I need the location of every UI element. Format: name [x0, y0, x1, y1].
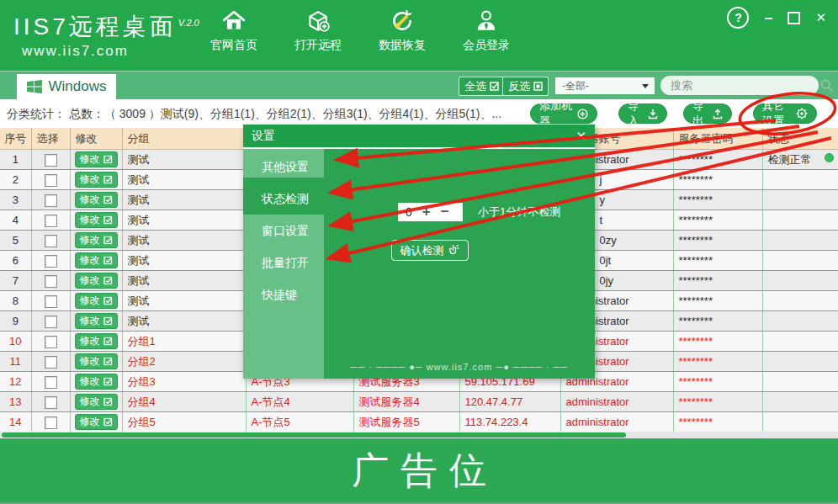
add-machine-button[interactable]: 添加机器	[530, 103, 597, 124]
cell-password: ********	[673, 372, 762, 392]
edit-button[interactable]: 修改	[75, 172, 118, 188]
cell-password: ********	[673, 210, 762, 231]
cell-edit: 修改	[70, 251, 122, 271]
edit-button[interactable]: 修改	[75, 212, 118, 228]
cell-select	[31, 311, 70, 332]
cell-edit: 修改	[70, 332, 122, 352]
menu-item-hotkeys[interactable]: 快捷键	[243, 279, 324, 310]
cell-group: 分组1	[122, 332, 246, 352]
cell-status	[762, 170, 838, 190]
edit-button[interactable]: 修改	[75, 151, 118, 167]
titlebar: IIS7远程桌面V.2.0 www.iis7.com 官网首页 打开远程 数据恢…	[0, 0, 838, 72]
cell-node: A-节点5	[246, 412, 353, 432]
cell-num: 2	[0, 170, 31, 190]
row-checkbox[interactable]	[45, 275, 57, 288]
row-checkbox[interactable]	[45, 295, 57, 308]
row-checkbox[interactable]	[45, 154, 57, 167]
cell-group: 测试	[122, 170, 246, 190]
gear-icon	[796, 108, 808, 119]
cell-num: 3	[0, 190, 31, 210]
row-checkbox[interactable]	[45, 376, 57, 389]
header-password: 服务器密码	[673, 128, 762, 150]
edit-button[interactable]: 修改	[75, 232, 118, 248]
row-checkbox[interactable]	[45, 396, 57, 409]
confirm-check-button[interactable]: 确认检测	[391, 240, 469, 261]
cell-select	[31, 170, 70, 190]
cell-select	[31, 352, 70, 372]
logo-title: IIS7远程桌面	[13, 13, 177, 40]
row-checkbox[interactable]	[45, 255, 57, 268]
close-button[interactable]: ✕	[815, 10, 826, 25]
edit-button[interactable]: 修改	[75, 293, 118, 309]
row-checkbox[interactable]	[45, 336, 57, 348]
cell-select	[31, 210, 70, 231]
edit-button[interactable]: 修改	[75, 394, 118, 410]
cell-password: ********	[673, 332, 762, 352]
edit-button[interactable]: 修改	[75, 313, 118, 329]
cell-account: administrator	[560, 392, 673, 412]
modal-titlebar: 设置 ✕	[243, 125, 595, 149]
help-button[interactable]: ?	[727, 7, 749, 29]
export-button[interactable]: 导出	[683, 103, 732, 124]
spinner-plus-button[interactable]: +	[422, 204, 431, 220]
nav-member-login[interactable]: 会员登录	[444, 7, 528, 53]
row-checkbox[interactable]	[45, 316, 57, 328]
row-checkbox[interactable]	[45, 356, 57, 369]
tab-windows[interactable]: Windows	[17, 74, 116, 99]
modal-title: 设置	[252, 129, 575, 144]
edit-button[interactable]: 修改	[75, 333, 118, 349]
cell-edit: 修改	[70, 150, 122, 170]
cell-password: ********	[673, 231, 762, 251]
cell-status	[762, 311, 838, 332]
cell-status	[762, 372, 838, 392]
edit-button[interactable]: 修改	[75, 273, 118, 289]
scrollbar-thumb[interactable]	[2, 432, 626, 438]
search-input[interactable]	[660, 78, 820, 93]
invert-select-button[interactable]: 反选	[502, 77, 549, 96]
select-all-button[interactable]: 全选	[459, 77, 505, 96]
table-row: 13修改分组4A-节点4测试服务器4120.47.4.77administrat…	[0, 392, 838, 412]
header-select: 选择	[31, 128, 70, 150]
menu-item-batch-open[interactable]: 批量打开	[243, 247, 324, 279]
minimize-button[interactable]: –	[764, 13, 772, 22]
edit-button[interactable]: 修改	[75, 353, 118, 369]
nav-home[interactable]: 官网首页	[192, 7, 276, 53]
group-filter-dropdown[interactable]: -全部-	[555, 77, 655, 94]
cell-num: 6	[0, 251, 31, 271]
member-login-icon	[444, 7, 528, 35]
row-checkbox[interactable]	[45, 416, 57, 429]
edit-button[interactable]: 修改	[75, 374, 118, 390]
modal-close-icon[interactable]: ✕	[575, 129, 586, 144]
other-settings-button[interactable]: 其它设置	[753, 103, 817, 124]
cell-edit: 修改	[70, 412, 122, 432]
cell-num: 9	[0, 311, 31, 332]
cell-edit: 修改	[70, 271, 122, 291]
row-checkbox[interactable]	[45, 235, 57, 247]
tab-label: Windows	[49, 78, 107, 95]
cell-num: 8	[0, 291, 31, 311]
cell-select	[31, 190, 70, 210]
maximize-button[interactable]	[788, 12, 800, 24]
nav-open-remote[interactable]: 打开远程	[276, 7, 360, 53]
nav-data-recovery[interactable]: 数据恢复	[360, 7, 444, 53]
edit-button[interactable]: 修改	[75, 192, 118, 208]
menu-item-other-settings[interactable]: 其他设置	[243, 151, 324, 183]
menu-item-window-settings[interactable]: 窗口设置	[243, 215, 324, 247]
edit-button[interactable]: 修改	[75, 252, 118, 268]
menu-item-status-check[interactable]: 状态检测	[243, 183, 324, 215]
cell-group: 测试	[122, 251, 246, 271]
cell-group: 测试	[122, 311, 246, 332]
spinner-value[interactable]: 0	[406, 205, 412, 219]
cell-password: ********	[673, 170, 762, 190]
settings-modal: 设置 ✕ 其他设置 状态检测 窗口设置 批量打开 快捷键 0 + − 小于1分钟…	[243, 125, 595, 379]
header-group: 分组	[122, 128, 246, 150]
row-checkbox[interactable]	[45, 174, 57, 187]
edit-button[interactable]: 修改	[75, 414, 118, 430]
hand-click-icon	[448, 244, 460, 257]
spinner-minus-button[interactable]: −	[441, 204, 449, 220]
row-checkbox[interactable]	[45, 194, 57, 207]
row-checkbox[interactable]	[45, 215, 57, 227]
import-button[interactable]: 导入	[618, 103, 667, 124]
cell-status	[762, 210, 838, 231]
modal-content: 0 + − 小于1分钟不检测 确认检测 ── · ──── ●─ www.iis…	[324, 149, 595, 379]
